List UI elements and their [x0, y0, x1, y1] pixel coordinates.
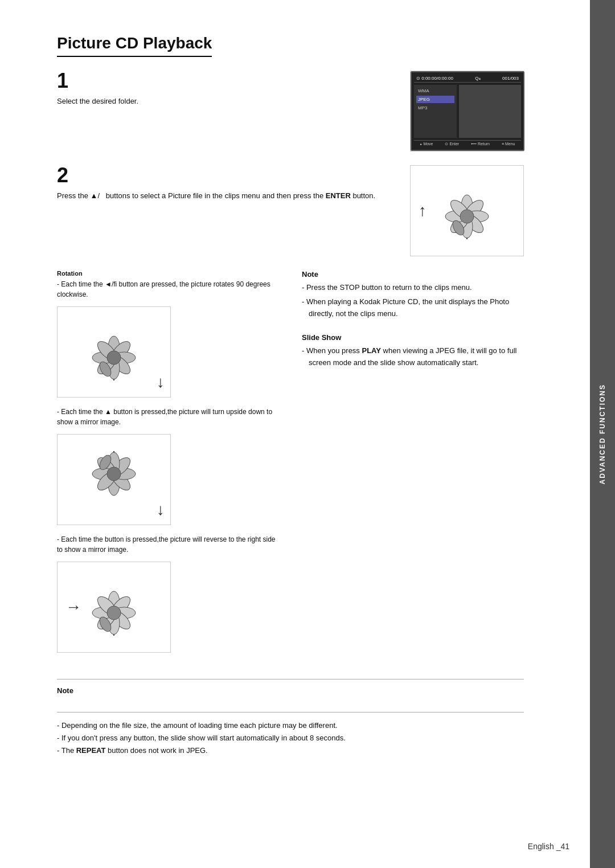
notes-col: Note - Press the STOP button to return t…	[302, 270, 524, 662]
note-item-2: - When playing a Kodak Picture CD, the u…	[302, 296, 524, 320]
rotation-block-3: - Each time the button is pressed,the pi…	[57, 534, 279, 653]
svg-point-42	[107, 606, 121, 620]
slide-show-title: Slide Show	[302, 333, 524, 342]
footer-enter: ⊙ Enter	[445, 142, 459, 146]
up-arrow-icon: ↑	[419, 202, 427, 220]
step-2-number: 2	[57, 165, 399, 186]
list-item-mp3: MP3	[416, 104, 454, 112]
svg-point-31	[107, 467, 121, 481]
bottom-note-title: Note	[57, 686, 524, 695]
step-1-number: 1	[57, 71, 399, 91]
bottom-note-list: - Depending on the file size, the amount…	[57, 712, 524, 757]
screen-header: ⊙ 0:00:00/0:00:00 Q₂ 001/003	[414, 75, 521, 83]
slide-show-desc: - When you press PLAY when viewing a JPE…	[302, 345, 524, 369]
rotation-flower-1: ↓	[57, 306, 171, 398]
slide-show-text: - When you press PLAY when viewing a JPE…	[302, 345, 524, 369]
rotation-flower-3: →	[57, 562, 171, 653]
footer-move: ⬥ Move	[420, 142, 433, 146]
step-2-flower: ↑	[410, 165, 524, 256]
flower-svg-3	[80, 445, 148, 514]
svg-point-9	[460, 210, 474, 223]
bottom-note-item-2: - If you don't press any button, the sli…	[57, 732, 524, 744]
right-arrow-icon: →	[65, 598, 81, 616]
rotation-col: Rotation - Each time the ◄/fi button are…	[57, 270, 279, 662]
screen-header-left: ⊙ 0:00:00/0:00:00	[416, 76, 453, 81]
down-arrow-icon: ↓	[157, 373, 165, 391]
rotation-block-2: - Each time the ▲ button is pressed,the …	[57, 407, 279, 525]
screen-list: WMA JPEG MP3	[414, 85, 457, 138]
rotation-desc-1: - Each time the ◄/fi button are pressed,…	[57, 279, 279, 300]
screen-footer: ⬥ Move ⊙ Enter ⟵ Return ≡ Menu	[414, 140, 521, 148]
footer-return: ⟵ Return	[471, 142, 490, 146]
page-title: Picture CD Playback	[57, 34, 212, 57]
rotation-desc-2: - Each time the ▲ button is pressed,the …	[57, 407, 279, 427]
rotation-desc-3: - Each time the button is pressed,the pi…	[57, 534, 279, 555]
step-1-desc: Select the desired folder.	[57, 96, 399, 107]
slide-show-section: Slide Show - When you press PLAY when vi…	[302, 333, 524, 369]
note-item-1: - Press the STOP button to return to the…	[302, 282, 524, 294]
bottom-note-item-1: - Depending on the file size, the amount…	[57, 719, 524, 732]
screen-mockup: ⊙ 0:00:00/0:00:00 Q₂ 001/003 WMA JPEG MP…	[411, 71, 524, 151]
bottom-note-section: Note - Depending on the file size, the a…	[57, 679, 524, 757]
list-item-wma: WMA	[416, 87, 454, 95]
step-1-image: ⊙ 0:00:00/0:00:00 Q₂ 001/003 WMA JPEG MP…	[410, 71, 524, 152]
page-footer: English _41	[528, 842, 569, 851]
down-arrow-icon-2: ↓	[157, 501, 165, 519]
screen-header-center: Q₂	[475, 76, 480, 81]
sidebar: Advanced Functions	[590, 0, 615, 868]
list-item-jpeg: JPEG	[416, 96, 454, 103]
screen-body: WMA JPEG MP3	[414, 85, 521, 138]
rotation-label: Rotation	[57, 270, 279, 277]
note-title: Note	[302, 270, 524, 279]
flower-svg-4	[80, 573, 148, 641]
footer-menu: ≡ Menu	[502, 142, 515, 146]
screen-preview	[459, 85, 521, 138]
flower-svg-2	[80, 318, 148, 386]
sidebar-label: Advanced Functions	[598, 384, 606, 484]
svg-point-20	[107, 351, 121, 365]
bottom-note-item-3: - The REPEAT button does not work in JPE…	[57, 744, 524, 757]
step-2-desc: Press the ▲/ buttons to select a Picture…	[57, 190, 399, 202]
screen-header-right: 001/003	[502, 76, 519, 81]
rotation-block-1: - Each time the ◄/fi button are pressed,…	[57, 279, 279, 398]
rotation-flower-2: ↓	[57, 434, 171, 525]
flower-svg-1	[433, 177, 501, 245]
two-col-section: Rotation - Each time the ◄/fi button are…	[57, 270, 524, 662]
note-content: - Press the STOP button to return to the…	[302, 282, 524, 320]
step-2-block: 2 Press the ▲/ buttons to select a Pictu…	[57, 165, 524, 256]
step-1-block: 1 Select the desired folder. ⊙ 0:00:00/0…	[57, 71, 524, 152]
